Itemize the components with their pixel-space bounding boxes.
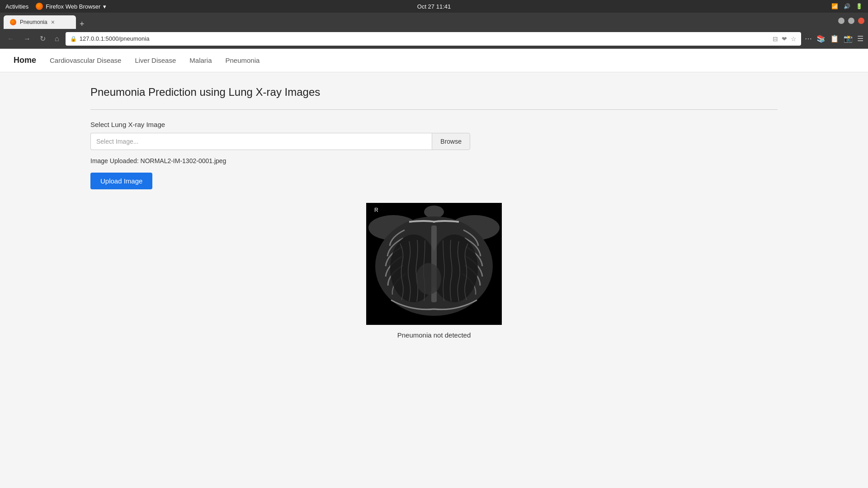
browse-button[interactable]: Browse [432,133,470,150]
form-label: Select Lung X-ray Image [90,121,778,128]
nav-malaria-link[interactable]: Malaria [189,56,212,64]
nav-cardiovascular-link[interactable]: Cardiovascular Disease [50,56,121,64]
svg-text:R: R [374,207,378,213]
window-close-btn[interactable] [858,18,864,24]
address-bar[interactable]: 🔒 127.0.0.1:5000/pneumonia ⊟ ❤ ☆ [66,32,801,46]
forward-btn[interactable]: → [21,33,33,45]
screenshot-btn[interactable]: 📸 [844,34,853,43]
firefox-icon [36,3,43,10]
new-tab-btn[interactable]: + [76,19,88,29]
menu-btn[interactable]: ☰ [857,34,863,43]
os-volume-icon: 🔊 [844,3,850,9]
os-browser-menu[interactable]: Firefox Web Browser ▾ [36,3,106,10]
synced-tabs-btn[interactable]: 📋 [830,34,839,43]
home-btn[interactable]: ⌂ [52,33,62,45]
result-text: Pneumonia not detected [397,331,471,339]
main-content: Pneumonia Prediction using Lung X-ray Im… [0,72,868,361]
nav-pneumonia-link[interactable]: Pneumonia [225,56,259,64]
extensions-btn[interactable]: ⋯ [805,34,812,43]
navbar: Home Cardiovascular Disease Liver Diseas… [0,49,868,72]
os-datetime: Oct 27 11:41 [417,3,451,10]
file-input-display[interactable]: Select Image... [90,133,432,150]
tab-favicon [10,19,16,25]
address-bar-row: ← → ↻ ⌂ 🔒 127.0.0.1:5000/pneumonia ⊟ ❤ ☆… [0,29,868,49]
window-minimize-btn[interactable] [838,18,844,24]
file-placeholder-text: Select Image... [96,138,138,145]
tab-title: Pneumonia [20,19,47,25]
back-btn[interactable]: ← [5,33,17,45]
image-uploaded-text: Image Uploaded: NORMAL2-IM-1302-0001.jpe… [90,157,778,164]
reader-mode-icon: ⊟ [773,35,778,42]
pocket-icon: ❤ [782,35,787,42]
os-browser-dropdown-icon: ▾ [103,3,106,10]
nav-liver-disease-link[interactable]: Liver Disease [135,56,176,64]
os-battery-icon: 🔋 [856,3,863,9]
xray-image: R [366,203,502,325]
window-maximize-btn[interactable] [848,18,854,24]
os-network-icon: 📶 [831,3,838,9]
upload-image-button[interactable]: Upload Image [90,173,152,189]
divider [90,109,778,110]
nav-home-link[interactable]: Home [14,56,36,65]
os-activities-label[interactable]: Activities [5,3,28,10]
browser-tab-bar: Pneumonia × + [0,13,868,29]
address-text: 127.0.0.1:5000/pneumonia [80,35,770,42]
svg-point-9 [416,263,441,295]
tab-close-btn[interactable]: × [51,19,55,25]
os-browser-label: Firefox Web Browser [46,3,100,10]
active-tab[interactable]: Pneumonia × [4,15,76,29]
page-title: Pneumonia Prediction using Lung X-ray Im… [90,86,778,99]
webpage-content: Home Cardiovascular Disease Liver Diseas… [0,49,868,488]
bookmarks-btn[interactable]: 📚 [816,34,826,43]
xray-container: R [90,203,778,339]
secure-icon: 🔒 [70,36,77,42]
reload-btn[interactable]: ↻ [37,33,48,45]
file-input-row: Select Image... Browse [90,133,470,150]
bookmark-icon[interactable]: ☆ [791,35,797,42]
svg-point-2 [424,206,444,218]
os-top-bar: Activities Firefox Web Browser ▾ Oct 27 … [0,0,868,13]
